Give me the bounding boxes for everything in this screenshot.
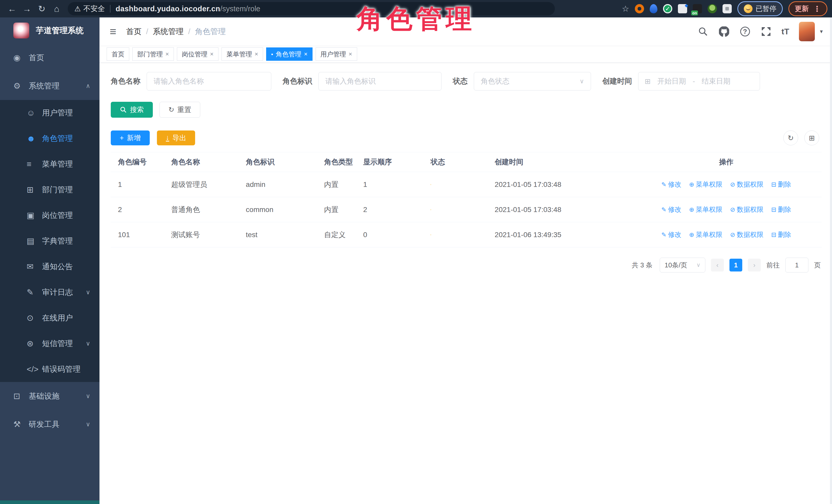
bookmark-star-icon[interactable]: ☆	[622, 4, 629, 14]
create-time: 2021-01-05 17:03:48	[495, 181, 633, 189]
menu-permission-link[interactable]: ⊕菜单权限	[689, 230, 722, 239]
tab-close-icon[interactable]: ×	[255, 51, 258, 58]
extension-icon[interactable]: ✓	[663, 4, 672, 13]
avatar[interactable]	[799, 22, 815, 41]
menu-permission-link[interactable]: ⊕菜单权限	[689, 205, 722, 214]
security-label[interactable]: 不安全	[83, 4, 105, 14]
sidebar-item-notice[interactable]: ✉ 通知公告	[0, 254, 100, 280]
role-type: 自定义	[324, 230, 363, 240]
sidebar-item-dictionary[interactable]: ▤ 字典管理	[0, 228, 100, 254]
role-key-input[interactable]	[318, 72, 442, 90]
sidebar-item-menus[interactable]: ≡ 菜单管理	[0, 151, 100, 177]
breadcrumb-home[interactable]: 首页	[126, 26, 141, 37]
chevron-down-icon: ∨	[86, 340, 90, 347]
sidebar-item-home[interactable]: ◉ 首页	[0, 44, 100, 72]
page-size-select[interactable]: 10条/页 ∨	[660, 258, 705, 272]
calendar-icon: ⊞	[645, 77, 650, 86]
extension-icon[interactable]	[678, 4, 687, 13]
tab-close-icon[interactable]: ×	[304, 51, 308, 58]
column-settings-button[interactable]: ⊞	[804, 131, 819, 145]
column-header: 显示顺序	[363, 157, 431, 167]
hamburger-icon[interactable]: ≡	[110, 26, 116, 37]
export-button[interactable]: ↓ 导出	[157, 131, 196, 145]
edit-link[interactable]: ✎修改	[661, 205, 681, 214]
refresh-button[interactable]: ↻	[783, 131, 798, 145]
browser-home-icon[interactable]: ⌂	[49, 4, 64, 14]
breadcrumb-current: 角色管理	[195, 26, 226, 37]
browser-update-button[interactable]: 更新 ⋮	[788, 1, 827, 16]
sidebar-item-label: 部门管理	[42, 185, 73, 195]
role-name-input[interactable]	[147, 72, 271, 90]
tab-close-icon[interactable]: ×	[349, 51, 352, 58]
tab-menus[interactable]: 菜单管理×	[222, 47, 263, 61]
sidebar-item-departments[interactable]: ⊞ 部门管理	[0, 177, 100, 203]
sidebar-item-audit-log[interactable]: ✎ 审计日志 ∨	[0, 280, 100, 305]
prev-page-button[interactable]: ‹	[711, 259, 724, 271]
sidebar-item-label: 用户管理	[42, 108, 73, 118]
tab-users[interactable]: 用户管理×	[316, 47, 357, 61]
breadcrumb-system[interactable]: 系统管理	[153, 26, 184, 37]
sidebar-item-posts[interactable]: ▣ 岗位管理	[0, 203, 100, 228]
app-logo	[13, 23, 29, 38]
data-permission-link[interactable]: ⊘数据权限	[730, 180, 763, 189]
role-type: 内置	[324, 205, 363, 215]
tab-departments[interactable]: 部门管理×	[132, 47, 174, 61]
add-button-label: 新增	[127, 133, 141, 142]
browser-back-icon[interactable]: ←	[5, 4, 20, 14]
edit-link[interactable]: ✎修改	[661, 180, 681, 189]
extension-icon[interactable]	[635, 4, 644, 13]
delete-link[interactable]: ⊟删除	[771, 205, 791, 214]
github-icon[interactable]	[719, 26, 730, 37]
data-permission-link[interactable]: ⊘数据权限	[730, 205, 763, 214]
sidebar-item-users[interactable]: ☺ 用户管理	[0, 100, 100, 126]
extension-icon[interactable]	[708, 4, 717, 13]
sidebar-item-sms[interactable]: ⊛ 短信管理 ∨	[0, 331, 100, 356]
fullscreen-icon[interactable]	[760, 26, 772, 37]
date-range-picker[interactable]: ⊞ 开始日期 - 结束日期	[638, 72, 760, 90]
browser-reload-icon[interactable]: ↻	[34, 4, 49, 14]
page-scrollbar[interactable]	[830, 18, 832, 504]
sidebar-item-error-codes[interactable]: </> 错误码管理	[0, 356, 100, 382]
breadcrumb: 首页 / 系统管理 / 角色管理	[126, 26, 226, 37]
current-page-button[interactable]: 1	[729, 259, 742, 271]
sidebar-item-system[interactable]: ⚙ 系统管理 ∧	[0, 72, 100, 100]
tab-home[interactable]: 首页	[107, 47, 129, 61]
add-button[interactable]: + 新增	[111, 131, 150, 145]
caret-down-icon[interactable]: ▾	[820, 28, 823, 35]
profile-paused-chip[interactable]: 已暂停	[737, 1, 783, 16]
address-bar[interactable]: ⚠ 不安全 dashboard.yudao.iocoder.cn /system…	[68, 2, 555, 16]
sidebar-item-infrastructure[interactable]: ⊡ 基础设施 ∨	[0, 382, 100, 410]
extension-on-badge: on	[691, 10, 698, 16]
sidebar-item-label: 短信管理	[42, 338, 73, 349]
extension-icon[interactable]	[650, 4, 657, 13]
tab-roles[interactable]: ●角色管理×	[266, 47, 312, 61]
tab-close-icon[interactable]: ×	[210, 51, 214, 58]
app-title: 芋道管理系统	[36, 25, 84, 36]
tab-close-icon[interactable]: ×	[165, 51, 169, 58]
search-icon[interactable]	[697, 26, 709, 37]
start-date-placeholder: 开始日期	[657, 76, 686, 86]
sidebar-item-dev-tools[interactable]: ⚒ 研发工具 ∨	[0, 410, 100, 439]
menu-permission-link[interactable]: ⊕菜单权限	[689, 180, 722, 189]
app-logo-row[interactable]: 芋道管理系统	[0, 18, 100, 44]
tab-posts[interactable]: 岗位管理×	[177, 47, 218, 61]
browser-menu-kebab-icon[interactable]: ⋮	[813, 4, 821, 13]
search-button[interactable]: 搜索	[111, 102, 153, 118]
sidebar-item-roles[interactable]: ☻ 角色管理	[0, 126, 100, 151]
goto-page-input[interactable]	[785, 258, 808, 272]
help-icon[interactable]: ?	[739, 26, 751, 37]
delete-link[interactable]: ⊟删除	[771, 180, 791, 189]
data-permission-link[interactable]: ⊘数据权限	[730, 230, 763, 239]
font-size-icon[interactable]: tT	[781, 27, 789, 36]
status-label: 状态	[453, 76, 468, 86]
role-order: 0	[363, 231, 431, 239]
delete-link[interactable]: ⊟删除	[771, 230, 791, 239]
status-select[interactable]: 角色状态 ∨	[474, 72, 591, 90]
extension-icon[interactable]: on	[693, 4, 702, 13]
extensions-puzzle-icon[interactable]	[723, 4, 732, 13]
reset-button[interactable]: ↻ 重置	[159, 102, 200, 118]
browser-forward-icon[interactable]: →	[20, 4, 34, 14]
next-page-button[interactable]: ›	[748, 259, 761, 271]
sidebar-item-online-users[interactable]: ⊙ 在线用户	[0, 305, 100, 331]
edit-link[interactable]: ✎修改	[661, 230, 681, 239]
